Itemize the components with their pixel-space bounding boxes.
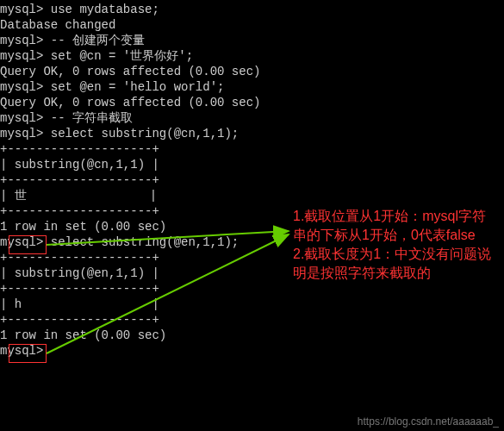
terminal-line: Query OK, 0 rows affected (0.00 sec) [0, 95, 260, 110]
terminal-line: mysql> use mydatabase; [0, 2, 260, 17]
watermark: https://blog.csdn.net/aaaaaab_ [358, 414, 499, 429]
terminal-output: mysql> use mydatabase;Database changedmy… [0, 2, 260, 359]
terminal-line: mysql> set @cn = '世界你好'; [0, 48, 260, 64]
annotation-text: 1.截取位置从1开始：mysql字符串的下标从1开始，0代表false 2.截取… [293, 207, 500, 283]
terminal-line: mysql> -- 字符串截取 [0, 110, 260, 126]
terminal-line: | 世 | [0, 188, 260, 203]
terminal-line: +--------------------+ [0, 172, 260, 188]
terminal-line: mysql> -- 创建两个变量 [0, 33, 260, 48]
terminal-line: | substring(@en,1,1) | [0, 265, 260, 281]
highlight-box-en-result [9, 344, 47, 363]
terminal-line: | substring(@cn,1,1) | [0, 157, 260, 172]
highlight-box-cn-result [9, 235, 47, 254]
terminal-line: +--------------------+ [0, 281, 260, 297]
terminal-line: 1 row in set (0.00 sec) [0, 328, 260, 343]
terminal-line: 1 row in set (0.00 sec) [0, 219, 260, 234]
terminal-line: | h | [0, 297, 260, 312]
terminal-line: +--------------------+ [0, 312, 260, 328]
terminal-line: +--------------------+ [0, 203, 260, 219]
terminal-line: Query OK, 0 rows affected (0.00 sec) [0, 64, 260, 79]
terminal-line: +--------------------+ [0, 141, 260, 157]
terminal-line: Database changed [0, 17, 260, 33]
terminal-line: mysql> set @en = 'hello world'; [0, 79, 260, 95]
terminal-line: mysql> select substring(@cn,1,1); [0, 126, 260, 141]
